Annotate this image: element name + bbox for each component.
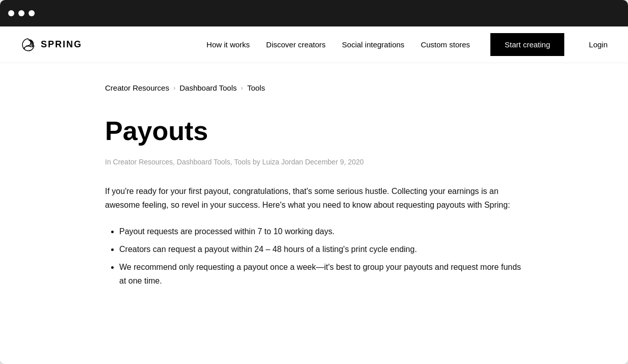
nav-item-start-creating[interactable]: Start creating [486, 40, 564, 49]
browser-dot-1 [8, 10, 14, 16]
breadcrumb: Creator Resources › Dashboard Tools › To… [105, 83, 523, 92]
nav-item-custom-stores[interactable]: Custom stores [421, 40, 470, 49]
logo-text: SPRING [41, 39, 82, 50]
main-content: Creator Resources › Dashboard Tools › To… [85, 63, 543, 322]
breadcrumb-creator-resources[interactable]: Creator Resources [105, 83, 169, 92]
nav-link-social-integrations[interactable]: Social integrations [342, 40, 405, 49]
breadcrumb-separator-2: › [241, 84, 243, 92]
nav-link-how-it-works[interactable]: How it works [206, 40, 250, 49]
nav-links: How it works Discover creators Social in… [206, 40, 608, 49]
nav-item-login[interactable]: Login [581, 40, 608, 49]
browser-dots [8, 10, 35, 16]
breadcrumb-tools[interactable]: Tools [247, 83, 265, 92]
list-item: Creators can request a payout within 24 … [119, 242, 523, 256]
nav-item-discover-creators[interactable]: Discover creators [266, 40, 326, 49]
page-content: SPRING How it works Discover creators So… [0, 26, 628, 364]
nav-item-social-integrations[interactable]: Social integrations [342, 40, 405, 49]
intro-text: If you're ready for your first payout, c… [105, 184, 523, 212]
post-meta: In Creator Resources, Dashboard Tools, T… [105, 158, 523, 166]
logo[interactable]: SPRING [20, 37, 82, 53]
nav-item-how-it-works[interactable]: How it works [206, 40, 250, 49]
nav-link-custom-stores[interactable]: Custom stores [421, 40, 470, 49]
browser-dot-3 [29, 10, 35, 16]
login-link[interactable]: Login [589, 40, 608, 49]
breadcrumb-dashboard-tools[interactable]: Dashboard Tools [179, 83, 237, 92]
navbar: SPRING How it works Discover creators So… [0, 26, 628, 63]
list-item: We recommend only requesting a payout on… [119, 260, 523, 288]
page-title: Payouts [105, 117, 523, 146]
browser-dot-2 [18, 10, 24, 16]
spring-logo-icon [20, 37, 37, 53]
nav-link-discover-creators[interactable]: Discover creators [266, 40, 326, 49]
start-creating-button[interactable]: Start creating [490, 33, 564, 56]
browser-titlebar [0, 0, 628, 26]
bullet-list: Payout requests are processed within 7 t… [105, 225, 523, 288]
breadcrumb-separator-1: › [173, 84, 175, 92]
list-item: Payout requests are processed within 7 t… [119, 225, 523, 238]
